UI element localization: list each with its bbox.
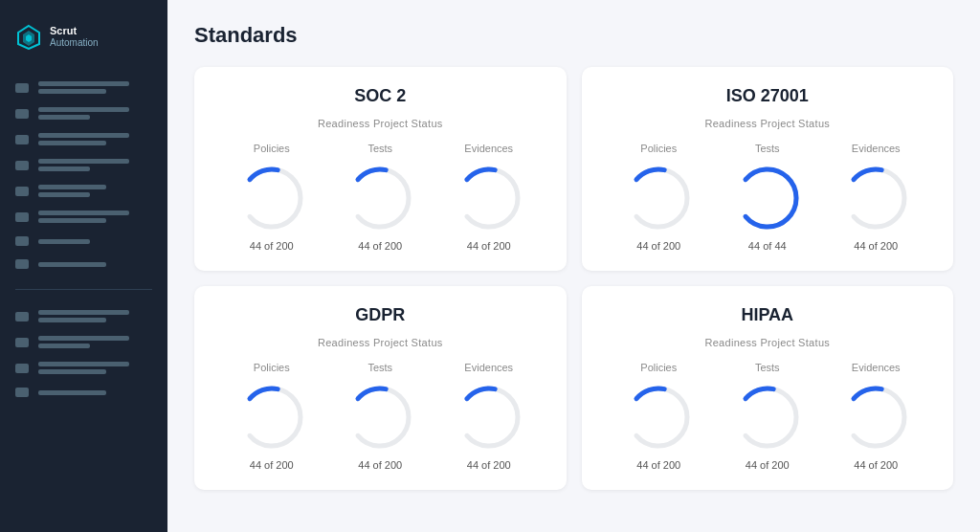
gauge-svg bbox=[837, 377, 914, 454]
metric-label: Policies bbox=[640, 362, 677, 373]
metric-iso27001-tests: Tests 44 of 44 bbox=[729, 143, 806, 252]
readiness-label-iso27001: Readiness Project Status bbox=[605, 118, 931, 129]
menu-icon bbox=[15, 388, 29, 397]
metrics-row-hipaa: Policies 44 of 200 Tests 44 of 200 Evide… bbox=[605, 362, 931, 471]
scrut-logo-icon bbox=[15, 23, 42, 50]
metric-value: 44 of 200 bbox=[467, 459, 511, 471]
sidebar-item-lines bbox=[38, 81, 152, 94]
sidebar-item-9[interactable] bbox=[0, 303, 167, 329]
readiness-label-hipaa: Readiness Project Status bbox=[605, 337, 931, 348]
menu-icon bbox=[15, 364, 29, 373]
sidebar-line bbox=[38, 185, 106, 189]
metric-label: Policies bbox=[254, 143, 290, 154]
gauge-svg bbox=[729, 158, 806, 234]
sidebar-item-2[interactable] bbox=[0, 100, 167, 126]
metric-soc2-policies: Policies 44 of 200 bbox=[234, 143, 310, 252]
metric-hipaa-policies: Policies 44 of 200 bbox=[620, 362, 697, 471]
sidebar-line bbox=[38, 166, 90, 171]
metric-value: 44 of 200 bbox=[250, 240, 294, 252]
metric-label: Tests bbox=[755, 143, 780, 154]
standard-card-hipaa: HIPAA Readiness Project Status Policies … bbox=[582, 286, 954, 490]
metric-value: 44 of 44 bbox=[748, 240, 787, 252]
gauge-container bbox=[620, 377, 697, 454]
sidebar-item-1[interactable] bbox=[0, 75, 167, 100]
metric-hipaa-evidences: Evidences 44 of 200 bbox=[837, 362, 914, 471]
readiness-label-soc2: Readiness Project Status bbox=[217, 118, 544, 129]
metric-soc2-evidences: Evidences 44 of 200 bbox=[451, 143, 527, 252]
gauge-svg bbox=[342, 158, 418, 234]
sidebar-divider bbox=[15, 289, 152, 290]
sidebar-item-4[interactable] bbox=[0, 152, 167, 178]
gauge-container bbox=[451, 377, 527, 454]
sidebar-item-10[interactable] bbox=[0, 329, 167, 355]
page-title: Standards bbox=[194, 23, 953, 48]
menu-icon bbox=[15, 83, 29, 93]
sidebar-line bbox=[38, 141, 106, 145]
menu-icon bbox=[15, 236, 29, 246]
gauge-svg bbox=[451, 377, 527, 454]
sidebar-item-11[interactable] bbox=[0, 355, 167, 381]
menu-icon bbox=[15, 135, 29, 144]
sidebar-line bbox=[38, 81, 129, 86]
sidebar-line bbox=[38, 133, 129, 138]
gauge-container bbox=[234, 158, 310, 234]
gauge-svg bbox=[451, 158, 527, 234]
metric-value: 44 of 200 bbox=[636, 240, 680, 252]
gauge-svg bbox=[620, 377, 697, 454]
metric-gdpr-policies: Policies 44 of 200 bbox=[234, 362, 310, 471]
metric-value: 44 of 200 bbox=[467, 240, 511, 252]
standard-card-soc2: SOC 2 Readiness Project Status Policies … bbox=[194, 67, 567, 271]
menu-icon bbox=[15, 161, 29, 170]
gauge-svg bbox=[234, 377, 310, 454]
metric-label: Evidences bbox=[464, 362, 513, 373]
gauge-container bbox=[342, 158, 418, 234]
menu-icon bbox=[15, 187, 29, 196]
metrics-row-iso27001: Policies 44 of 200 Tests 44 of 44 Eviden… bbox=[605, 143, 931, 252]
metric-label: Policies bbox=[254, 362, 290, 373]
sidebar-line bbox=[38, 107, 129, 112]
metric-gdpr-evidences: Evidences 44 of 200 bbox=[451, 362, 527, 471]
metrics-row-gdpr: Policies 44 of 200 Tests 44 of 200 Evide… bbox=[217, 362, 544, 471]
sidebar-line bbox=[38, 310, 129, 315]
logo: Scrut Automation bbox=[0, 15, 167, 69]
gauge-container bbox=[451, 158, 527, 234]
sidebar-line bbox=[38, 218, 106, 223]
metric-label: Policies bbox=[640, 143, 677, 154]
sidebar-item-12[interactable] bbox=[0, 381, 167, 404]
metric-value: 44 of 200 bbox=[636, 459, 680, 471]
sidebar-line bbox=[38, 239, 90, 244]
metric-value: 44 of 200 bbox=[250, 459, 294, 471]
sidebar-line bbox=[38, 318, 106, 322]
gauge-svg bbox=[342, 377, 418, 454]
main-content: Standards SOC 2 Readiness Project Status… bbox=[167, 0, 980, 532]
standard-title-iso27001: ISO 27001 bbox=[605, 86, 931, 106]
sidebar-item-3[interactable] bbox=[0, 126, 167, 152]
sidebar-line bbox=[38, 369, 106, 374]
sidebar-item-7[interactable] bbox=[0, 230, 167, 253]
sidebar-item-6[interactable] bbox=[0, 204, 167, 230]
gauge-svg bbox=[729, 377, 806, 454]
logo-text: Scrut Automation bbox=[50, 25, 99, 47]
menu-icon bbox=[15, 338, 29, 347]
standard-card-gdpr: GDPR Readiness Project Status Policies 4… bbox=[194, 286, 567, 490]
gauge-container bbox=[620, 158, 697, 234]
gauge-svg bbox=[234, 158, 310, 234]
gauge-svg bbox=[620, 158, 697, 234]
sidebar-item-5[interactable] bbox=[0, 178, 167, 204]
gauge-container bbox=[837, 377, 914, 454]
sidebar-line bbox=[38, 115, 90, 120]
metric-gdpr-tests: Tests 44 of 200 bbox=[342, 362, 418, 471]
gauge-container bbox=[729, 377, 806, 454]
sidebar-line bbox=[38, 211, 129, 215]
gauge-svg bbox=[837, 158, 914, 234]
metric-iso27001-policies: Policies 44 of 200 bbox=[620, 143, 697, 252]
menu-icon bbox=[15, 259, 29, 269]
metric-label: Tests bbox=[368, 143, 392, 154]
sidebar-line bbox=[38, 89, 106, 94]
metric-label: Tests bbox=[368, 362, 392, 373]
menu-icon bbox=[15, 212, 29, 222]
menu-icon bbox=[15, 312, 29, 321]
sidebar-line bbox=[38, 390, 106, 395]
sidebar-section-1 bbox=[0, 69, 167, 281]
sidebar-item-8[interactable] bbox=[0, 253, 167, 276]
